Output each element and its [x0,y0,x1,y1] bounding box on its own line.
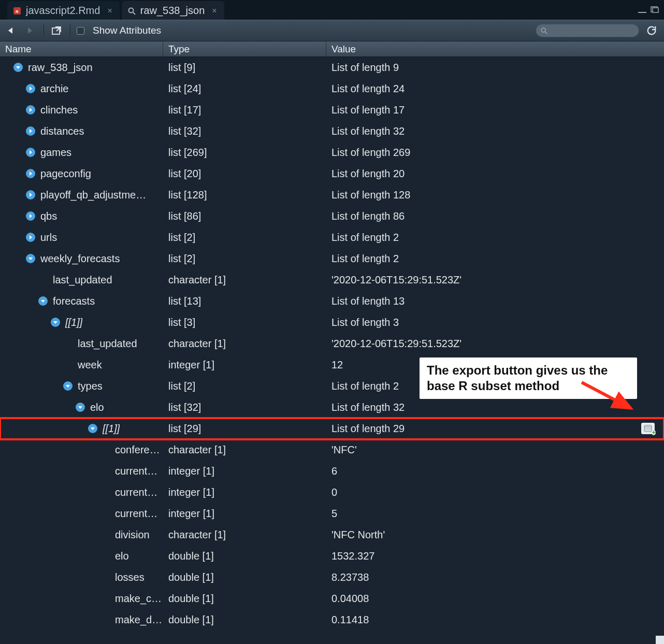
tree-body[interactable]: raw_538_jsonlist [9]List of length 9arch… [0,57,664,644]
row-name: elo [115,550,129,562]
tree-row[interactable]: forecastslist [13]List of length 13 [0,291,664,312]
row-value: 8.23738 [331,571,369,583]
tree-row[interactable]: pageconfiglist [20]List of length 20 [0,163,664,184]
expand-toggle-icon[interactable] [26,233,35,242]
collapse-toggle-icon[interactable] [88,424,97,433]
expand-toggle-icon[interactable] [26,190,35,199]
row-type: character [1] [163,444,326,456]
collapse-toggle-icon[interactable] [38,296,48,306]
row-name: last_updated [53,274,112,286]
row-name: urls [40,232,57,244]
row-type: list [3] [163,317,326,328]
tree-row[interactable]: archielist [24]List of length 24 [0,78,664,99]
row-type: list [32] [163,402,326,413]
minimize-icon[interactable] [638,4,646,16]
row-type: integer [1] [163,508,326,520]
tree-row[interactable]: last_updatedcharacter [1]'2020-12-06T15:… [0,333,664,354]
tree-row[interactable]: urlslist [2]List of length 2 [0,227,664,248]
tree-row[interactable]: distanceslist [32]List of length 32 [0,121,664,142]
tree-row[interactable]: last_updatedcharacter [1]'2020-12-06T15:… [0,269,664,291]
expand-toggle-icon[interactable] [26,148,35,157]
search-icon [127,6,136,16]
expand-toggle-icon[interactable] [26,211,35,221]
tab-javascript2[interactable]: R javascript2.Rmd × [7,1,120,20]
row-name: pageconfig [40,168,91,180]
scroll-corner [656,636,664,644]
row-type: integer [1] [163,465,326,477]
expand-toggle-icon[interactable] [26,126,35,136]
tree-row[interactable]: qbslist [86]List of length 86 [0,206,664,227]
row-type: integer [1] [163,359,326,371]
close-icon[interactable]: × [212,6,216,16]
row-value: 'NFC' [331,444,357,456]
row-name: forecasts [53,295,95,307]
collapse-toggle-icon[interactable] [63,381,73,391]
row-value: List of length 29 [331,423,405,435]
row-type: list [2] [163,253,326,265]
row-type: character [1] [163,529,326,541]
row-value: List of length 9 [331,62,399,74]
row-value: List of length 269 [331,147,410,159]
tree-row[interactable]: current_wi…integer [1]5 [0,503,664,524]
rmd-file-icon: R [12,6,22,16]
tree-row[interactable]: divisioncharacter [1]'NFC North' [0,524,664,546]
tree-row[interactable]: weekly_forecastslist [2]List of length 2 [0,248,664,269]
row-value: 0 [331,486,337,498]
expand-toggle-icon[interactable] [26,169,35,178]
row-type: list [9] [163,62,326,74]
annotation-arrow-icon [579,378,641,422]
maximize-icon[interactable] [651,4,659,16]
tree-row[interactable]: make_divi…double [1]0.11418 [0,609,664,631]
svg-rect-6 [653,8,658,12]
show-attributes-checkbox[interactable] [77,27,84,35]
row-name: [[1]] [103,423,120,435]
row-name: current_lo… [115,465,163,477]
tree-row[interactable]: make_con…double [1]0.04008 [0,588,664,609]
tree-row[interactable]: gameslist [269]List of length 269 [0,142,664,163]
row-value: 6 [331,465,337,477]
header-value[interactable]: Value [326,41,664,56]
collapse-toggle-icon[interactable] [13,63,23,72]
row-name: weekly_forecasts [40,253,120,265]
tree-row[interactable]: conferencecharacter [1]'NFC' [0,439,664,461]
forward-icon[interactable] [24,25,37,36]
row-name: make_con… [115,593,163,605]
header-name[interactable]: Name [0,41,163,56]
tree-row[interactable]: [[1]]list [29]List of length 29+ [0,418,664,439]
header-type[interactable]: Type [163,41,326,56]
export-r-code-icon[interactable]: + [641,423,655,434]
collapse-toggle-icon[interactable] [51,318,60,327]
tree-row[interactable]: current_tiesinteger [1]0 [0,482,664,503]
row-value: 'NFC North' [331,529,385,541]
row-name: current_ties [115,486,163,498]
row-name: [[1]] [65,317,82,328]
row-value: List of length 3 [331,317,399,328]
row-name: clinches [40,104,78,116]
tree-row[interactable]: clincheslist [17]List of length 17 [0,99,664,121]
tab-raw538json[interactable]: raw_538_json × [122,1,224,20]
close-icon[interactable]: × [107,6,112,16]
row-value: List of length 32 [331,402,405,413]
row-name: distances [40,125,84,137]
search-input[interactable] [536,24,639,37]
refresh-icon[interactable] [644,25,659,36]
row-type: list [128] [163,189,326,201]
back-icon[interactable] [5,25,19,36]
expand-toggle-icon[interactable] [26,84,35,93]
expand-toggle-icon[interactable] [26,105,35,115]
row-value: List of length 20 [331,168,405,180]
row-type: integer [1] [163,486,326,498]
tree-row[interactable]: current_lo…integer [1]6 [0,461,664,482]
tree-row[interactable]: lossesdouble [1]8.23738 [0,567,664,588]
row-value: List of length 2 [331,232,399,244]
tree-row[interactable]: elodouble [1]1532.327 [0,546,664,567]
collapse-toggle-icon[interactable] [26,254,35,263]
collapse-toggle-icon[interactable] [76,403,85,412]
tree-row[interactable]: raw_538_jsonlist [9]List of length 9 [0,57,664,78]
row-type: list [32] [163,125,326,137]
tree-row[interactable]: [[1]]list [3]List of length 3 [0,312,664,333]
row-value: '2020-12-06T15:29:51.523Z' [331,338,461,350]
tree-row[interactable]: playoff_qb_adjustme…list [128]List of le… [0,184,664,206]
open-new-window-icon[interactable] [50,25,64,36]
tree-row[interactable]: elolist [32]List of length 32 [0,397,664,418]
